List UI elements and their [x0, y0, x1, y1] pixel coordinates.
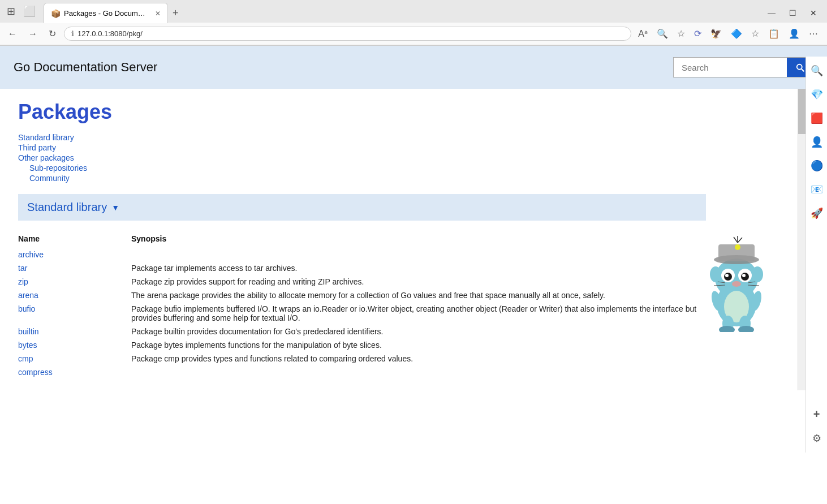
svg-point-17 — [752, 266, 763, 282]
svg-point-15 — [735, 244, 740, 250]
zoom-icon[interactable]: 🔍 — [654, 26, 670, 41]
page-heading: Packages — [18, 100, 706, 124]
toc-link-standard[interactable]: Standard library — [18, 133, 74, 142]
pkg-link-cmp[interactable]: cmp — [18, 354, 33, 363]
pkg-link-bufio[interactable]: bufio — [18, 304, 35, 313]
browser-chrome: ⊞ ⬜ 📦 Packages - Go Documentation Ser ✕ … — [0, 0, 827, 46]
toc-link-thirdparty[interactable]: Third party — [18, 143, 56, 152]
window-controls: — ☐ ✕ — [764, 7, 827, 19]
pkg-synopsis-tar: Package tar implements access to tar arc… — [131, 261, 706, 275]
address-input[interactable] — [77, 29, 624, 38]
main-content: Packages Standard library Third party Ot… — [0, 89, 724, 390]
tab-group: ⊞ ⬜ 📦 Packages - Go Documentation Ser ✕ … — [5, 3, 183, 23]
minimize-button[interactable]: — — [764, 7, 779, 19]
forward-button[interactable]: → — [25, 27, 41, 41]
toc-link-subrepos[interactable]: Sub-repositories — [29, 163, 87, 173]
pkg-link-arena[interactable]: arena — [18, 291, 38, 300]
pkg-synopsis-compress — [131, 365, 706, 379]
table-row: cmp Package cmp provides types and funct… — [18, 352, 706, 365]
back-button[interactable]: ← — [5, 27, 20, 41]
search-input[interactable] — [674, 58, 787, 77]
pkg-link-bytes[interactable]: bytes — [18, 341, 37, 350]
toc-item-standard: Standard library — [18, 133, 706, 142]
favorites-icon[interactable]: ☆ — [675, 26, 687, 41]
toc-link-other[interactable]: Other packages — [18, 153, 74, 162]
tab-close-button[interactable]: ✕ — [155, 10, 161, 18]
table-row: archive — [18, 248, 706, 261]
address-lock-icon: ℹ — [71, 29, 74, 38]
package-table: Name Synopsis archive tar Package tar im… — [18, 230, 706, 379]
sidebar-tools-icon[interactable]: 🟥 — [807, 109, 826, 128]
table-row: builtin Package builtin provides documen… — [18, 325, 706, 338]
pkg-synopsis-arena: The arena package provides the ability t… — [131, 288, 706, 302]
browser-ext-icon[interactable]: ⟳ — [692, 26, 704, 41]
svg-point-6 — [725, 274, 729, 277]
toc-item-subrepos: Sub-repositories — [18, 163, 706, 173]
extensions-icon[interactable]: 🔷 — [729, 26, 744, 41]
pkg-synopsis-bufio: Package bufio implements buffered I/O. I… — [131, 302, 706, 325]
tab-bar: ⊞ ⬜ 📦 Packages - Go Documentation Ser ✕ … — [0, 0, 827, 23]
browser-toolbar: Aᵃ 🔍 ☆ ⟳ 🦅 🔷 ☆ 📋 👤 ⋯ — [636, 26, 822, 41]
active-tab[interactable]: 📦 Packages - Go Documentation Ser ✕ — [44, 3, 168, 23]
address-bar[interactable]: ℹ — [64, 27, 631, 41]
pkg-synopsis-cmp: Package cmp provides types and functions… — [131, 352, 706, 365]
toc-list: Standard library Third party Other packa… — [18, 133, 706, 183]
sidebar-favorites-icon[interactable]: 💎 — [807, 85, 826, 104]
svg-point-8 — [732, 281, 741, 287]
table-row: bytes Package bytes implements functions… — [18, 338, 706, 352]
pkg-synopsis-archive — [131, 248, 706, 261]
toc-link-community[interactable]: Community — [29, 174, 70, 183]
pkg-link-builtin[interactable]: builtin — [18, 327, 39, 336]
pkg-link-archive[interactable]: archive — [18, 250, 44, 259]
pkg-synopsis-bytes: Package bytes implements functions for t… — [131, 338, 706, 352]
col-name: Name — [18, 230, 131, 248]
site-title: Go Documentation Server — [14, 60, 157, 75]
sidebar-games-icon[interactable]: 🚀 — [807, 204, 826, 223]
content-area: Packages Standard library Third party Ot… — [0, 89, 827, 390]
browser-sidebar-right: 🔍 💎 🟥 👤 🔵 📧 🚀 + ⚙ — [806, 57, 827, 390]
tab-favicon: 📦 — [51, 9, 61, 18]
read-aloud-icon[interactable]: Aᵃ — [636, 26, 650, 41]
collections-icon[interactable]: 📋 — [766, 26, 782, 41]
pkg-synopsis-builtin: Package builtin provides documentation f… — [131, 325, 706, 338]
sidebar-profile-icon[interactable]: 👤 — [807, 132, 826, 152]
standard-library-section-header: Standard library ▼ — [18, 194, 706, 221]
refresh-button[interactable]: ↻ — [45, 26, 59, 41]
close-button[interactable]: ✕ — [807, 7, 820, 19]
add-favorites-icon[interactable]: ☆ — [749, 26, 761, 41]
sidebar-toggle-icon[interactable]: ⊞ — [5, 3, 18, 20]
col-synopsis: Synopsis — [131, 230, 706, 248]
table-row: arena The arena package provides the abi… — [18, 288, 706, 302]
standard-library-heading[interactable]: Standard library — [27, 201, 107, 214]
svg-line-26 — [738, 238, 742, 243]
tab-title: Packages - Go Documentation Ser — [64, 9, 149, 18]
copilot-icon[interactable]: 🦅 — [708, 26, 724, 41]
toc-item-community: Community — [18, 174, 706, 183]
tab-list-icon[interactable]: ⬜ — [21, 3, 38, 20]
toc-item-thirdparty: Third party — [18, 143, 706, 152]
pkg-link-tar[interactable]: tar — [18, 264, 27, 273]
svg-point-7 — [742, 274, 746, 277]
page-header: Go Documentation Server — [0, 46, 827, 89]
table-row: bufio Package bufio implements buffered … — [18, 302, 706, 325]
gopher-image — [703, 236, 770, 332]
settings-menu-icon[interactable]: ⋯ — [807, 26, 820, 41]
table-row: zip Package zip provides support for rea… — [18, 275, 706, 288]
table-row: compress — [18, 365, 706, 379]
table-row: tar Package tar implements access to tar… — [18, 261, 706, 275]
section-toggle-icon[interactable]: ▼ — [111, 203, 119, 212]
profile-icon[interactable]: 👤 — [786, 26, 802, 41]
svg-line-25 — [734, 237, 738, 243]
maximize-button[interactable]: ☐ — [786, 7, 800, 19]
search-box — [673, 57, 813, 77]
pkg-link-zip[interactable]: zip — [18, 277, 28, 286]
pkg-synopsis-zip: Package zip provides support for reading… — [131, 275, 706, 288]
sidebar-email-icon[interactable]: 📧 — [807, 180, 826, 199]
nav-bar: ← → ↻ ℹ Aᵃ 🔍 ☆ ⟳ 🦅 🔷 ☆ 📋 👤 ⋯ — [0, 23, 827, 45]
sidebar-search-icon[interactable]: 🔍 — [807, 61, 826, 80]
pkg-link-compress[interactable]: compress — [18, 368, 53, 377]
sidebar-outlook-icon[interactable]: 🔵 — [807, 156, 826, 175]
toc-item-other: Other packages — [18, 153, 706, 162]
new-tab-button[interactable]: + — [168, 3, 183, 23]
svg-point-16 — [710, 266, 721, 282]
